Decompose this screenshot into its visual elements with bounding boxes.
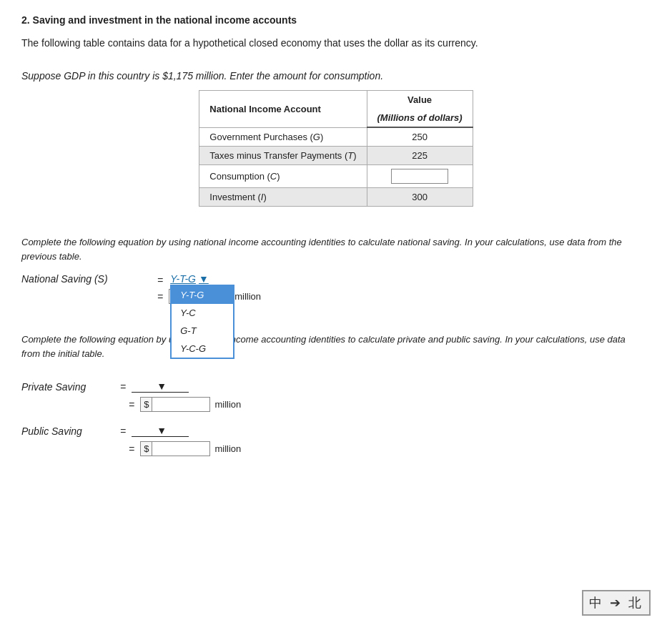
- table-row: Government Purchases (G)250: [199, 127, 473, 147]
- formula-dropdown-menu: Y-T-G Y-C G-T Y-C-G: [170, 285, 234, 359]
- table-row: Investment (I)300: [199, 188, 473, 207]
- public-dollar-sign: $: [141, 442, 152, 456]
- million-label-pub: million: [214, 443, 241, 454]
- col-value-header-bottom: (Millions of dollars): [367, 109, 473, 127]
- private-saving-label: Private Saving: [21, 381, 114, 393]
- intro-text: The following table contains data for a …: [21, 37, 651, 49]
- national-income-table: National Income Account Value (Millions …: [199, 90, 473, 207]
- data-table-wrapper: National Income Account Value (Millions …: [21, 90, 651, 207]
- formula-dropdown-container[interactable]: Y-T-G ▼ Y-T-G Y-C G-T Y-C-G: [170, 273, 209, 285]
- selected-formula: Y-T-G: [170, 273, 196, 285]
- national-saving-section: Complete the following equation by using…: [21, 235, 651, 304]
- private-saving-arrow-icon: ▼: [157, 380, 167, 392]
- value-cell: 300: [367, 188, 473, 207]
- ps-equals2: =: [120, 425, 126, 437]
- ns-equals: =: [157, 275, 163, 286]
- formula-option-ycg[interactable]: Y-C-G: [172, 340, 233, 358]
- public-saving-dollar-input[interactable]: $: [140, 441, 210, 456]
- value-cell[interactable]: [367, 165, 473, 188]
- account-cell: Government Purchases (G): [199, 127, 367, 147]
- table-row: Consumption (C): [199, 165, 473, 188]
- private-saving-dropdown[interactable]: ▼: [132, 380, 189, 393]
- private-public-instruction: Complete the following equation by using…: [21, 333, 643, 360]
- col-value-header-top: Value: [367, 91, 473, 109]
- account-cell: Taxes minus Transfer Payments (T): [199, 147, 367, 165]
- private-saving-dollar-input[interactable]: $: [140, 397, 210, 412]
- account-cell: Consumption (C): [199, 165, 367, 188]
- public-saving-label: Public Saving: [21, 425, 114, 437]
- national-saving-label: National Saving (S): [21, 273, 150, 285]
- private-saving-selected: [132, 380, 154, 392]
- ps-equals1: =: [120, 381, 126, 393]
- million-label-ns: million: [234, 291, 261, 302]
- consumption-input[interactable]: [391, 169, 448, 184]
- public-saving-selected: [132, 425, 154, 436]
- table-row: Taxes minus Transfer Payments (T)225: [199, 147, 473, 165]
- col-account-header: National Income Account: [199, 91, 367, 128]
- public-saving-arrow-icon: ▼: [157, 425, 167, 436]
- formula-option-yc[interactable]: Y-C: [172, 304, 233, 322]
- formula-option-gt[interactable]: G-T: [172, 322, 233, 340]
- value-cell: 250: [367, 127, 473, 147]
- public-saving-dropdown[interactable]: ▼: [132, 425, 189, 437]
- private-saving-input[interactable]: [152, 398, 209, 411]
- private-public-section: Complete the following equation by using…: [21, 333, 651, 456]
- question-title: 2. Saving and investment in the national…: [21, 14, 651, 26]
- public-saving-input[interactable]: [152, 442, 209, 456]
- dropdown-arrow-icon: ▼: [199, 273, 209, 285]
- formula-dropdown-trigger[interactable]: Y-T-G ▼: [170, 273, 209, 285]
- account-cell: Investment (I): [199, 188, 367, 207]
- national-saving-instruction: Complete the following equation by using…: [21, 235, 643, 263]
- gdp-instruction: Suppose GDP in this country is $1,175 mi…: [21, 70, 651, 82]
- private-dollar-sign: $: [141, 398, 152, 411]
- million-label-ps: million: [214, 399, 241, 410]
- formula-option-ytg[interactable]: Y-T-G: [172, 286, 233, 304]
- value-cell: 225: [367, 147, 473, 165]
